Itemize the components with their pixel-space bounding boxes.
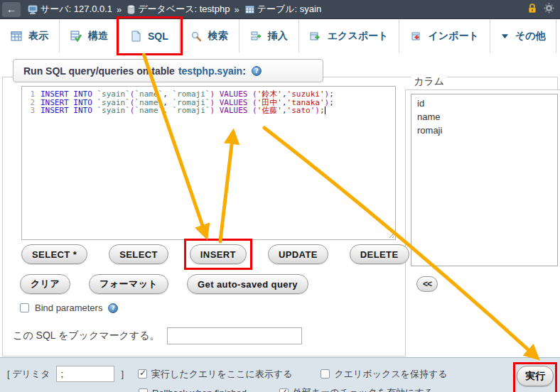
sql-token: ( [130,90,135,99]
delimiter-bracket: ] [121,369,124,379]
sql-token: INSERT INTO [41,90,97,99]
tab-label: その他 [515,30,546,43]
breadcrumb-server[interactable]: サーバ: 127.0.0.1 [41,3,112,16]
select-button[interactable]: SELECT [109,244,168,264]
lock-icon [527,3,537,16]
help-icon[interactable]: ? [108,303,118,313]
rollback-checkbox[interactable] [139,388,148,392]
import-icon [410,31,421,42]
tab-structure[interactable]: 構造 [60,19,119,53]
topbar-right [527,3,560,16]
option-label: 実行したクエリをここに表示する [151,368,292,381]
tab-import[interactable]: インポート [399,19,490,53]
sql-token: ( [252,90,257,99]
tab-browse[interactable]: 表示 [0,19,60,53]
tab-label: エクスポート [328,30,389,43]
tab-bar: 表示構造SQL検索挿入エクスポートインポートその他 [0,19,560,53]
tab-label: 表示 [28,30,48,43]
sql-editor[interactable]: 1INSERT INTO `syain`(`name`, `romaji`) V… [21,86,396,240]
sql-token: `syain` [97,90,129,99]
option-label: Rollback when finished [152,388,247,392]
delete-button[interactable]: DELETE [350,244,409,264]
retain-query-box-checkbox[interactable] [321,369,330,379]
get-auto-saved-query-button[interactable]: Get auto-saved query [187,274,308,294]
sql-icon [130,31,141,42]
show-query-checkbox[interactable] [138,369,147,379]
bookmark-label: この SQL をブックマークする。 [13,330,160,342]
tab-insert[interactable]: 挿入 [239,19,299,53]
sql-token: `romaji` [172,107,210,115]
update-button[interactable]: UPDATE [268,244,328,264]
option-label: 外部キーのチェックを有効にする [293,386,434,392]
breadcrumb-separator: » [117,4,122,15]
column-item[interactable]: id [417,97,557,110]
footer-row-1: [ デリミタ ] 実行したクエリをここに表示するクエリボックスを保持する [7,366,447,382]
bookmark-row: この SQL をブックマークする。 [13,327,302,344]
go-button[interactable]: 実行 [517,366,554,386]
sql-token: , [163,107,172,115]
help-icon[interactable]: ? [252,66,262,76]
bind-parameters-row: Bind parameters ? [20,303,118,313]
legend-text: Run SQL query/queries on table [23,65,175,77]
resize-handle-icon[interactable] [387,232,394,238]
format-button[interactable]: フォーマット [89,274,168,294]
sql-editor-lines: 1INSERT INTO `syain`(`name`, `romaji`) V… [25,90,395,115]
line-number: 1 [25,90,35,99]
tab-more[interactable]: その他 [490,19,557,53]
gear-icon[interactable] [544,3,554,16]
breadcrumb-table[interactable]: テーブル: syain [257,3,322,16]
database-icon [127,5,135,14]
bind-parameters-checkbox[interactable] [20,303,29,312]
table-icon [11,31,22,42]
sql-token: '佐藤' [257,107,282,115]
option-label: クエリボックスを保持する [334,368,447,381]
sql-token: ) [325,99,330,107]
legend-table-link[interactable]: testphp.syain [178,65,242,77]
sql-token: ) [325,90,330,99]
option-fk-checks: 外部キーのチェックを有効にする [279,386,434,392]
tab-export[interactable]: エクスポート [299,19,400,53]
tab-label: インポート [428,30,478,43]
breadcrumb-database[interactable]: データベース: testphp [138,3,230,16]
footer-options-1: 実行したクエリをここに表示するクエリボックスを保持する [138,368,447,381]
option-retain-query-box: クエリボックスを保持する [321,368,447,381]
clear-button[interactable]: クリア [20,274,70,294]
sql-token: `romaji` [172,90,210,99]
breadcrumb-separator: » [234,4,239,15]
bookmark-input[interactable] [167,327,302,344]
delimiter-input[interactable] [56,366,114,382]
editor-action-buttons: クリアフォーマットGet auto-saved query [20,274,308,294]
text-cursor [325,107,325,114]
fk-checks-checkbox[interactable] [279,388,289,392]
query-options-footer: [ デリミタ ] 実行したクエリをここに表示するクエリボックスを保持する Rol… [0,357,560,392]
sql-token [215,90,220,99]
query-template-buttons: SELECT *SELECTINSERTUPDATEDELETE [21,244,409,264]
select-star-button[interactable]: SELECT * [21,244,87,264]
server-icon [28,5,38,14]
editor-line: 1INSERT INTO `syain`(`name`, `romaji`) V… [25,90,395,99]
column-item[interactable]: name [417,110,557,124]
insert-icon [250,31,262,42]
tab-label: 挿入 [268,30,288,43]
columns-listbox[interactable]: idnameromaji [411,94,558,266]
column-item[interactable]: romaji [417,124,557,137]
search-icon [190,31,202,42]
tab-search[interactable]: 検索 [180,19,239,53]
sql-token: , [163,90,172,99]
collapse-columns-button[interactable]: << [416,276,438,292]
tab-sql[interactable]: SQL [119,19,180,53]
bind-parameters-label: Bind parameters [35,303,102,313]
line-number: 3 [25,107,35,115]
phpmyadmin-sql-page: ← サーバ: 127.0.0.1 » データベース: testphp » テーブ… [0,0,560,392]
sql-token: ) [315,107,320,115]
query-form-legend: Run SQL query/queries on table testphp.s… [13,59,323,82]
insert-button[interactable]: INSERT [190,244,247,264]
sql-token: ; [329,90,334,99]
columns-panel-legend: カラム [411,75,447,88]
back-button[interactable]: ← [2,2,21,17]
svg-text:?: ? [254,67,258,75]
sql-token: `syain` [97,107,129,115]
sql-token: ; [320,107,325,115]
tab-label: 構造 [88,30,108,43]
sql-token: ) [210,107,215,115]
